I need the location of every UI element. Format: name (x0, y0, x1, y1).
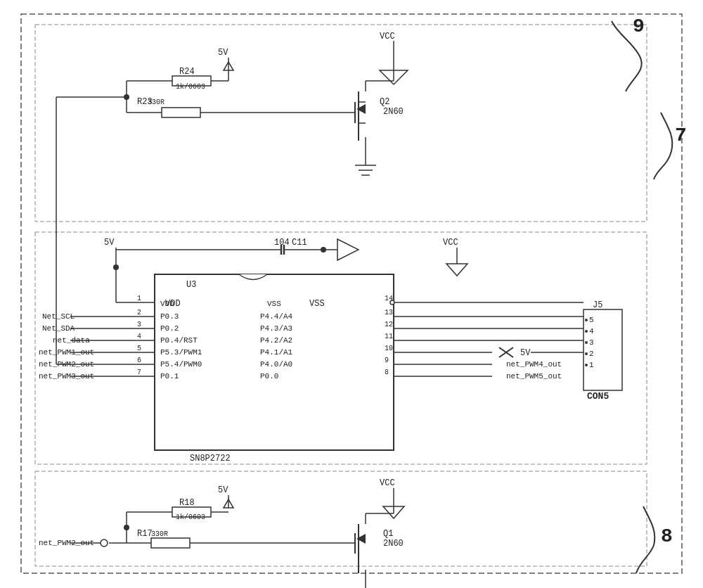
q2-value: 2N60 (383, 107, 404, 117)
svg-point-66 (585, 319, 588, 321)
5v-pin10: 5V (520, 348, 531, 358)
net-pwm4: net_PWM4_out (506, 360, 562, 369)
svg-rect-84 (151, 538, 190, 548)
u3-r-p44: P4.4/A4 (260, 312, 293, 321)
q1-value: 2N60 (383, 539, 404, 549)
j5-p5: 5 (589, 316, 594, 324)
svg-point-69 (585, 352, 588, 355)
pin10-num: 10 (385, 345, 393, 352)
u3-r-vss: VSS (267, 300, 281, 308)
pin4-num: 4 (137, 333, 141, 340)
j5-p2: 2 (589, 350, 594, 358)
schematic: 9 7 8 VCC 5V R24 1k/0603 R23 330R Q2 2N6… (0, 0, 703, 588)
pin6-num: 6 (137, 357, 141, 364)
label-9: 9 (633, 15, 645, 37)
u3-vss: VSS (309, 299, 325, 309)
pin12-num: 12 (385, 321, 393, 328)
q1-label: Q1 (383, 529, 393, 539)
u3-r-p00: P0.0 (260, 372, 278, 381)
u3-p54pwm0: P5.4/PWM0 (160, 360, 202, 369)
r18-label: R18 (179, 498, 195, 508)
pin9-num: 9 (385, 357, 389, 364)
pin2-num: 2 (137, 309, 141, 317)
r18-value: 1k/0603 (176, 513, 205, 521)
net-scl: Net_SCL (42, 312, 75, 321)
svg-point-67 (585, 330, 588, 333)
j5-label: J5 (593, 300, 602, 310)
u3-p03: P0.3 (160, 312, 179, 321)
c11-ref: C11 (292, 238, 307, 248)
label-8: 8 (661, 525, 673, 547)
u3-p02: P0.2 (160, 324, 179, 333)
j5-p1: 1 (589, 361, 594, 369)
svg-point-82 (101, 539, 108, 547)
u3-p53pwm1: P5.3/PWM1 (160, 348, 202, 357)
u3-p01: P0.1 (160, 372, 179, 381)
pin3-num: 3 (137, 321, 141, 328)
r17-value: 330R (151, 530, 168, 538)
vcc-mid-label: VCC (443, 238, 458, 248)
net-pwm5: net_PWM5_out (506, 372, 562, 381)
net-data: net_data (53, 336, 90, 345)
5v-label-top: 5V (218, 48, 228, 58)
pin8-num: 8 (385, 369, 389, 376)
pin13-num: 13 (385, 309, 393, 317)
pin7-num: 7 (137, 369, 141, 376)
r17-label: R17 (137, 529, 153, 539)
q2-label: Q2 (380, 97, 389, 107)
u3-r-p40: P4.0/A0 (260, 360, 292, 369)
u3-r-p43: P4.3/A3 (260, 324, 292, 333)
pin1-num: 1 (137, 295, 141, 302)
vcc-bot-label: VCC (380, 478, 395, 488)
u3-r-p42: P4.2/A2 (260, 336, 292, 345)
u3-part-label: SN8P2722 (190, 454, 231, 464)
r24-value: 1k/0603 (176, 83, 205, 91)
5v-bot-label: 5V (218, 485, 228, 495)
j5-p4: 4 (589, 327, 594, 335)
net-pwm1: net_PWM1_out (39, 348, 94, 357)
5v-mid-label: 5V (104, 238, 115, 248)
pin5-num: 5 (137, 345, 141, 352)
u3-r-p41: P4.1/A1 (260, 348, 293, 357)
u3-ref-label: U3 (186, 280, 196, 290)
con5-label: CON5 (587, 391, 609, 402)
r24-label: R24 (179, 67, 195, 77)
j5-p3: 3 (589, 338, 594, 347)
vcc-label-top: VCC (380, 32, 395, 41)
r23-value: 330R (148, 98, 165, 106)
svg-rect-13 (162, 108, 200, 117)
net-pwm2-bot: net_PWM2_out (39, 539, 94, 547)
pin11-num: 11 (385, 333, 393, 340)
svg-point-54 (390, 300, 394, 305)
u3-p04rst: P0.4/RST (160, 336, 198, 345)
net-sda: Net_SDA (42, 324, 75, 333)
label-7: 7 (675, 124, 687, 146)
u3-p-vdd: VDD (160, 300, 174, 308)
net-pwm3: net_PWM3_out (39, 372, 94, 381)
svg-point-70 (585, 364, 588, 366)
svg-point-68 (585, 341, 588, 344)
